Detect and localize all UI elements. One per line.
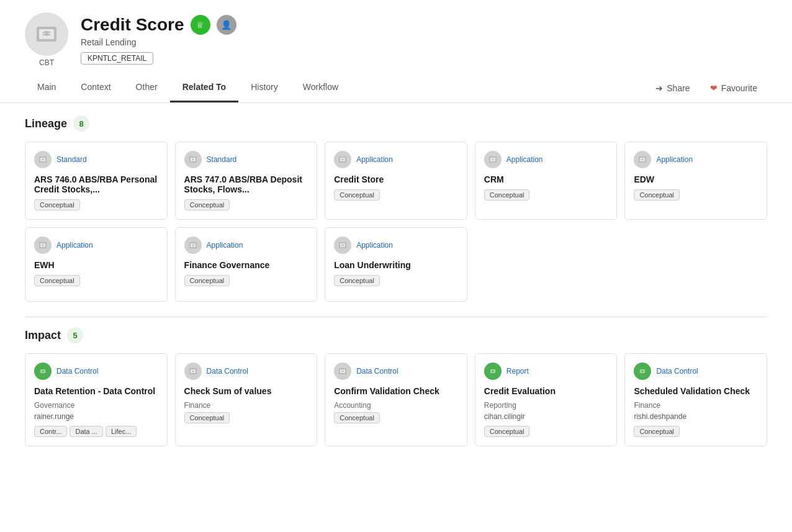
- impact-title: Impact: [25, 329, 61, 342]
- card-type-label: Data Control: [56, 367, 98, 376]
- card-tag: Conceptual: [334, 189, 380, 201]
- lineage-section-header: Lineage 8: [25, 115, 767, 132]
- lineage-card-4[interactable]: Application CRM Conceptual: [475, 142, 618, 220]
- card-tag: Conceptual: [634, 189, 680, 201]
- card-icon: [334, 151, 351, 168]
- svg-point-23: [192, 245, 194, 246]
- card-icon: [634, 151, 651, 168]
- favourite-button[interactable]: ❤ Favourite: [700, 74, 767, 102]
- svg-point-41: [642, 371, 644, 372]
- card-name: Check Sum of values: [184, 386, 308, 396]
- lineage-card-8[interactable]: Application Loan Underwriting Conceptual: [325, 227, 467, 302]
- card-tag: Conceptual: [334, 412, 380, 423]
- card-user: cihan.cilingir: [484, 412, 608, 421]
- svg-point-11: [342, 159, 344, 161]
- card-name: Credit Store: [334, 174, 458, 184]
- card-icon: [34, 151, 52, 168]
- svg-point-32: [192, 371, 194, 372]
- nav-item-history[interactable]: History: [238, 73, 290, 102]
- lineage-card-1[interactable]: Standard ARS 746.0 ABS/RBA Personal Cred…: [25, 142, 168, 220]
- card-tag: Conceptual: [34, 275, 80, 286]
- card-tag: Data ...: [70, 426, 102, 437]
- card-type-label: Application: [656, 155, 693, 164]
- impact-card-1[interactable]: Data Control Data Retention - Data Contr…: [25, 353, 168, 446]
- lineage-cards-grid: Standard ARS 746.0 ABS/RBA Personal Cred…: [25, 142, 767, 302]
- nav-item-context[interactable]: Context: [68, 73, 123, 102]
- svg-point-2: [45, 32, 48, 36]
- card-tag: Conceptual: [184, 412, 230, 423]
- impact-card-4[interactable]: Report Credit Evaluation Reporting cihan…: [475, 353, 618, 446]
- nav-item-other[interactable]: Other: [124, 73, 170, 102]
- card-tag: Conceptual: [334, 275, 380, 286]
- card-tag: Contr...: [34, 426, 67, 437]
- card-sub: Finance: [184, 401, 308, 410]
- card-icon: [184, 363, 202, 380]
- card-tag: Conceptual: [34, 199, 80, 210]
- section-divider: [25, 317, 767, 317]
- card-name: EDW: [634, 174, 758, 184]
- card-type-label: Application: [356, 155, 393, 164]
- svg-point-26: [342, 245, 344, 246]
- impact-count: 5: [67, 327, 83, 343]
- lineage-card-6[interactable]: Application EWH Conceptual: [25, 227, 168, 302]
- share-label: Share: [667, 83, 690, 93]
- svg-point-17: [642, 159, 644, 161]
- card-icon-green: [484, 363, 502, 380]
- card-type-label: Application: [506, 155, 543, 164]
- card-sub: Finance: [634, 401, 758, 410]
- card-sub: Accounting: [334, 401, 458, 410]
- nav-item-main[interactable]: Main: [25, 73, 68, 102]
- lineage-card-3[interactable]: Application Credit Store Conceptual: [325, 142, 467, 220]
- impact-cards-grid: Data Control Data Retention - Data Contr…: [25, 353, 767, 446]
- main-content: Lineage 8 Standard ARS 746.0 ABS/RBA Per…: [0, 103, 792, 474]
- card-tag: Conceptual: [484, 426, 530, 437]
- card-type-label: Standard: [207, 155, 237, 164]
- header-info: Credit Score ♕ 👤 Retail Lending KPNTLC_R…: [81, 15, 767, 65]
- impact-card-3[interactable]: Data Control Confirm Validation Check Ac…: [325, 353, 467, 446]
- card-type-label: Data Control: [656, 367, 698, 376]
- card-name: EWH: [34, 260, 158, 270]
- card-icon: [184, 151, 202, 168]
- card-sub: Governance: [34, 401, 158, 410]
- impact-card-2[interactable]: Data Control Check Sum of values Finance…: [175, 353, 318, 446]
- card-tag: Conceptual: [634, 426, 680, 437]
- svg-point-14: [492, 159, 493, 161]
- lineage-card-7[interactable]: Application Finance Governance Conceptua…: [175, 227, 318, 302]
- svg-point-35: [342, 371, 344, 372]
- card-type-label: Application: [207, 241, 243, 250]
- lineage-card-2[interactable]: Standard ARS 747.0 ABS/RBA Deposit Stock…: [175, 142, 318, 220]
- card-icon-green: [634, 363, 651, 380]
- card-name: ARS 747.0 ABS/RBA Deposit Stocks, Flows.…: [184, 174, 308, 194]
- card-name: Scheduled Validation Check: [634, 386, 758, 396]
- card-icon: [484, 151, 502, 168]
- card-type-label: Data Control: [207, 367, 248, 376]
- card-name: CRM: [484, 174, 608, 184]
- impact-card-5[interactable]: Data Control Scheduled Validation Check …: [624, 353, 767, 446]
- card-tag: Conceptual: [184, 199, 230, 210]
- card-icon: [184, 237, 202, 254]
- person-icon[interactable]: 👤: [217, 15, 236, 35]
- share-icon: ➔: [655, 83, 663, 93]
- favourite-label: Favourite: [721, 83, 757, 93]
- svg-point-8: [192, 159, 194, 161]
- entity-logo: [25, 12, 68, 56]
- card-type-label: Report: [506, 367, 529, 376]
- card-type-label: Application: [56, 241, 93, 250]
- card-icon: [334, 237, 351, 254]
- card-type-label: Standard: [56, 155, 87, 164]
- impact-section-header: Impact 5: [25, 327, 767, 343]
- card-icon: [334, 363, 351, 380]
- card-tag: Conceptual: [184, 275, 230, 286]
- crown-icon[interactable]: ♕: [191, 15, 210, 35]
- svg-point-29: [42, 371, 44, 372]
- entity-tag: KPNTLC_RETAIL: [81, 52, 153, 65]
- card-type-label: Data Control: [356, 367, 398, 376]
- card-user: rainer.runge: [34, 412, 158, 421]
- card-icon-green: [34, 363, 52, 380]
- nav-item-related-to[interactable]: Related To: [170, 73, 239, 102]
- share-button[interactable]: ➔ Share: [646, 74, 700, 102]
- card-sub: Reporting: [484, 401, 608, 410]
- lineage-card-5[interactable]: Application EDW Conceptual: [624, 142, 767, 220]
- card-name: Loan Underwriting: [334, 260, 458, 270]
- nav-item-workflow[interactable]: Workflow: [290, 73, 351, 102]
